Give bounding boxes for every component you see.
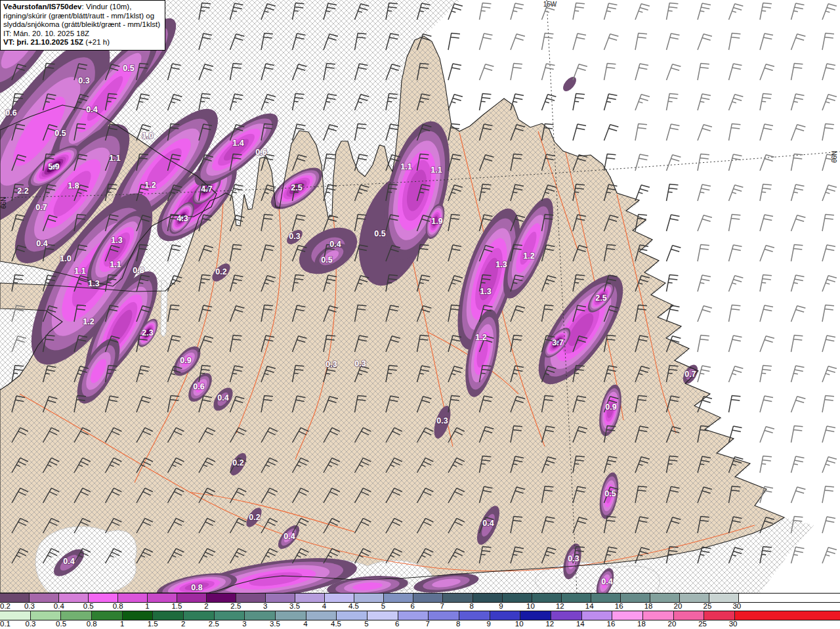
sleet-snow-scale-segment	[679, 594, 709, 602]
sleet-snow-scale-tick-label: 9	[499, 602, 503, 610]
precip-value-label: 1.3	[495, 260, 507, 269]
sleet-snow-scale-tick-label: 16	[615, 602, 623, 610]
rain-scale-segment	[306, 611, 337, 620]
sleet-snow-scale-tick-label: 5	[381, 602, 385, 610]
rain-scale-segment	[398, 611, 429, 620]
precip-value-label: 0.7	[684, 370, 696, 379]
sleet-snow-scale-segment	[0, 594, 29, 602]
precip-value-label: 0.8	[191, 583, 202, 592]
sleet-snow-scale-tick-label: 0.3	[24, 602, 35, 610]
sleet-snow-scale-segment	[58, 594, 88, 602]
sleet-snow-scale-segment	[413, 594, 442, 602]
rain-scale-segment	[122, 611, 153, 620]
rain-scale-tick-label: 1	[120, 620, 124, 628]
rain-scale-tick-label: 2.5	[209, 620, 219, 628]
sleet-snow-scale-tick-label: 3	[263, 602, 267, 610]
rain-scale-tick-label: 20	[668, 620, 677, 628]
rain-scale-tick-label: 6	[395, 620, 399, 628]
sleet-snow-scale-segment	[354, 594, 383, 602]
sleet-snow-scale-segment	[295, 594, 324, 602]
rain-scale-tick-label: 30	[729, 620, 738, 628]
sleet-snow-scale-tick-label: 4.5	[348, 602, 359, 610]
rain-scale-tick-label: 5	[364, 620, 368, 628]
title-line-1: Veðurstofan/IS750dev: Vindur (10m),	[3, 3, 160, 12]
precip-value-label: 1.0	[60, 254, 71, 263]
precip-value-label: 0.3	[78, 76, 89, 85]
rain-scale-segment	[60, 611, 91, 620]
precip-value-label: 3.7	[552, 338, 563, 347]
parallel-label-right: 66N	[831, 151, 838, 163]
rain-scale-segment	[428, 611, 459, 620]
sleet-snow-scale-tick-label: 0.2	[0, 602, 10, 610]
sleet-snow-scale-segment	[561, 594, 591, 602]
init-time: IT: Mán. 20. 10. 2025 18Z	[3, 30, 160, 39]
rain-scale-segment	[91, 611, 122, 620]
precip-value-label: 0.4	[217, 393, 228, 402]
precip-value-label: 2.5	[291, 183, 302, 192]
precip-value-label: 0.5	[374, 229, 385, 238]
precip-value-label: 0.6	[255, 148, 266, 157]
sleet-snow-scale-tick-label: 30	[732, 602, 741, 610]
sleet-snow-scale-tick-label: 12	[556, 602, 564, 610]
sleet-snow-scale-segment	[650, 594, 679, 602]
rain-scale-tick-label: 0.1	[0, 620, 10, 628]
precip-value-label: 0.9	[180, 356, 191, 365]
precip-value-label: 0.8	[133, 266, 144, 275]
rain-scale-segment	[520, 611, 551, 620]
rain-scale-tick-label: 1.5	[148, 620, 158, 628]
precip-value-label: 0.4	[36, 239, 47, 248]
sleet-snow-scale-segment	[709, 594, 738, 602]
precip-value-label: 0.5	[321, 255, 332, 265]
sleet-snow-scale-tick-label: 0.4	[54, 602, 64, 610]
rain-scale-tick-label: 4	[303, 620, 307, 628]
sleet-snow-scale-tick-label: 6	[411, 602, 415, 610]
rain-scale-segment	[734, 611, 840, 620]
precip-value-label: 1.1	[430, 165, 442, 175]
sleet-snow-scale-segment	[88, 594, 117, 602]
precip-value-label: 1.2	[144, 181, 156, 190]
precip-value-label: 4.7	[201, 184, 212, 194]
sleet-snow-scale-segment	[117, 594, 147, 602]
weather-map: 15W 66N 66N 0.50.30.60.40.51.01.15.91.82…	[0, 0, 840, 593]
sleet-snow-scale-tick-label: 2	[204, 602, 208, 610]
sleet-snow-scale-tick-label: 7	[440, 602, 444, 610]
precip-value-label: 1.8	[68, 181, 79, 190]
precip-value-label: 0.3	[326, 360, 337, 369]
precip-value-label: 5.9	[48, 162, 59, 171]
sleet-snow-scale-tick-label: 25	[703, 602, 711, 610]
rain-scale-segment	[612, 611, 642, 620]
sleet-snow-scale-segment	[324, 594, 354, 602]
precip-value-label: 0.7	[35, 203, 47, 212]
sleet-snow-scale-segment	[383, 594, 413, 602]
sleet-snow-scale-tick-label: 8	[469, 602, 473, 610]
sleet-snow-scale-segment	[591, 594, 620, 602]
rain-scale-tick-label: 25	[698, 620, 707, 628]
precip-value-label: 2.3	[142, 328, 153, 337]
rain-scale-tick-label: 7	[425, 620, 429, 628]
precip-value-label: 1.3	[111, 236, 122, 245]
title-line-2: rigning/skúrir (grænt/blátt/rautt - mm/1…	[3, 12, 160, 21]
precip-value-label: 0.4	[482, 519, 494, 528]
sleet-snow-scale-tick-label: 4	[322, 602, 326, 610]
rain-scale-tick-label: 3.5	[270, 620, 280, 628]
precip-value-label: 0.3	[289, 232, 300, 241]
rain-scale-segment	[459, 611, 490, 620]
rain-scale-segment	[581, 611, 612, 620]
rain-scale-segment	[490, 611, 520, 620]
precip-value-label: 0.4	[601, 577, 612, 586]
sleet-snow-scale-segment	[442, 594, 472, 602]
sleet-snow-scale-segment	[532, 594, 561, 602]
precip-value-label: 2.2	[17, 186, 28, 196]
sleet-snow-scale-tick-label: 0.5	[83, 602, 94, 610]
sleet-snow-scale-tick-label: 10	[526, 602, 535, 610]
precip-value-label: 1.0	[142, 131, 153, 141]
sleet-snow-scale-segment	[502, 594, 532, 602]
sleet-snow-scale-segment	[265, 594, 295, 602]
rain-scale-tick-label: 8	[456, 620, 460, 628]
rain-scale-tick-label: 2	[181, 620, 185, 628]
sleet-snow-scale-segment	[620, 594, 650, 602]
map-title-box: Veðurstofan/IS750dev: Vindur (10m), rign…	[0, 0, 165, 51]
precip-value-label: 0.2	[249, 513, 260, 522]
colorbar-legend: 0.20.30.40.50.811.522.533.544.5567891012…	[0, 593, 840, 629]
precip-value-label: 1.3	[88, 279, 99, 288]
